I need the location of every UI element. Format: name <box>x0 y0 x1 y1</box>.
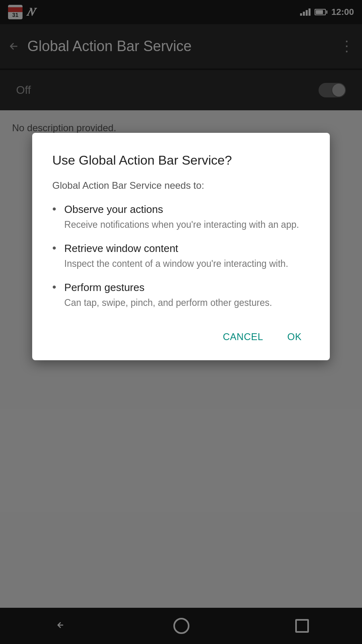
permission-item: • Perform gestures Can tap, swipe, pinch… <box>52 281 310 309</box>
permission-content: Observe your actions Receive notificatio… <box>64 203 310 231</box>
bullet-icon: • <box>52 242 56 254</box>
permission-name: Retrieve window content <box>64 242 310 255</box>
dialog-overlay: Use Global Action Bar Service? Global Ac… <box>0 0 362 644</box>
permission-item: • Retrieve window content Inspect the co… <box>52 242 310 270</box>
ok-button[interactable]: OK <box>279 326 310 348</box>
cancel-button[interactable]: CANCEL <box>215 326 271 348</box>
dialog-buttons: CANCEL OK <box>52 326 310 348</box>
permission-dialog: Use Global Action Bar Service? Global Ac… <box>32 133 330 360</box>
bullet-icon: • <box>52 202 56 215</box>
permission-name: Observe your actions <box>64 203 310 216</box>
dialog-title: Use Global Action Bar Service? <box>52 153 310 168</box>
permission-item: • Observe your actions Receive notificat… <box>52 203 310 231</box>
dialog-subtitle: Global Action Bar Service needs to: <box>52 180 310 191</box>
permission-content: Retrieve window content Inspect the cont… <box>64 242 310 270</box>
permission-desc: Receive notifications when you're intera… <box>64 218 310 231</box>
permission-list: • Observe your actions Receive notificat… <box>52 203 310 310</box>
permission-desc: Can tap, swipe, pinch, and perform other… <box>64 296 310 309</box>
bullet-icon: • <box>52 281 56 293</box>
permission-name: Perform gestures <box>64 281 310 294</box>
permission-desc: Inspect the content of a window you're i… <box>64 257 310 270</box>
permission-content: Perform gestures Can tap, swipe, pinch, … <box>64 281 310 309</box>
